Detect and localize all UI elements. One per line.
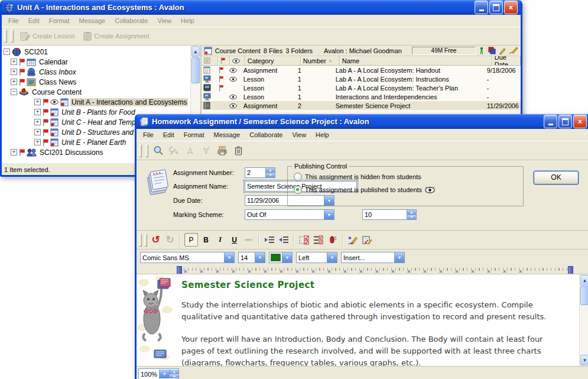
toolbar-drag-handle[interactable] [144,234,147,247]
toolbar-drag-handle[interactable] [4,30,7,43]
menu-edit[interactable]: Edit [24,16,44,25]
delete-button[interactable] [232,144,245,157]
tree-item-unit-a[interactable]: + Unit A - Interactions and Ecosystems [2,97,190,107]
toolbar-drag-handle[interactable] [139,144,142,157]
menu-view[interactable]: View [287,130,311,140]
column-item-icon[interactable] [202,56,218,66]
menu-collaborate[interactable]: Collaborate [110,16,152,25]
radio-hidden[interactable] [294,173,302,181]
expand-icon[interactable]: + [11,149,17,156]
menu-help[interactable]: Help [176,16,199,25]
document-body[interactable]: Semester Science Project Study the inter… [181,279,565,367]
collapse-icon[interactable]: − [4,48,10,55]
chevron-down-icon[interactable]: ▼ [394,252,404,263]
assignment-window-titlebar[interactable]: Homework Assignment / Semester Science P… [137,114,588,129]
create-lesson-button[interactable]: Create Lesson [17,30,77,42]
scroll-up-icon[interactable]: ▲ [580,275,588,286]
assignment-number-stepper[interactable]: 2 ▲▼ [245,167,275,178]
ok-button[interactable]: OK [534,171,579,184]
insert-dropdown[interactable]: Insert... ▼ [341,252,405,263]
expand-icon[interactable]: + [11,69,17,75]
edit-pencil-icon[interactable] [499,47,506,54]
menu-message[interactable]: Message [74,16,111,25]
minimize-button[interactable] [544,115,557,128]
course-window-titlebar[interactable]: Unit A - Interactions and Ecosystems : A… [2,0,521,15]
document-editor[interactable]: Semester Science Project Study the inter… [137,274,588,367]
chevron-down-icon[interactable]: ▼ [255,252,265,263]
checklist-button[interactable] [312,234,324,246]
print-button[interactable] [216,144,229,157]
tree-item-sci201[interactable]: − SCI201 [2,47,190,57]
marking-scheme-dropdown[interactable]: Out Of ▼ [245,209,334,220]
tree-item-course-content[interactable]: − Course Content [2,87,190,97]
checkbox-select-button[interactable] [298,234,310,246]
next-button-disabled[interactable] [200,144,213,157]
plain-style-button[interactable]: P [184,233,198,247]
column-category[interactable]: Category [245,56,301,66]
file-row-selected[interactable]: Assignment 2 Semester Science Project 11… [202,101,521,110]
chevron-down-icon[interactable]: ▼ [327,252,337,263]
undo-button[interactable]: ↺ [150,234,162,246]
form-edit-button[interactable] [361,234,373,246]
chevron-down-icon[interactable]: ▼ [224,252,234,263]
radio-published[interactable] [294,186,302,194]
signature-pen-icon[interactable] [509,47,518,54]
file-row[interactable]: Lesson 1 Interactions and Interdependenc… [202,92,521,101]
layers-icon[interactable] [488,47,496,54]
document-scrollbar[interactable]: ▲ ▼ [579,274,588,366]
column-due-date[interactable]: Due Date [492,56,521,66]
menu-file[interactable]: File [138,130,158,140]
expand-icon[interactable]: + [34,129,41,135]
menu-edit[interactable]: Edit [158,130,179,140]
search-button[interactable] [152,144,165,157]
published-option-row[interactable]: This assignment is published to students [294,186,435,194]
expand-icon[interactable]: + [34,119,41,125]
file-row[interactable]: Lesson 1 Lab A - A Local Ecosystem: Inst… [202,74,521,83]
menu-view[interactable]: View [152,16,176,25]
redo-button-disabled[interactable]: ↻ [164,234,176,246]
menu-collaborate[interactable]: Collaborate [245,130,287,140]
maximize-button[interactable] [489,1,503,14]
marking-value-stepper[interactable]: 10 ▲▼ [362,209,417,220]
zoom-stepper[interactable]: ▲▼ [169,370,178,378]
voice-annotation-button[interactable] [326,234,339,246]
stepper-buttons[interactable]: ▲▼ [265,168,275,177]
indent-decrease-button[interactable] [277,234,290,246]
column-flag[interactable] [218,56,230,66]
scroll-down-icon[interactable]: ▼ [580,355,588,365]
menu-format[interactable]: Format [179,130,209,140]
bold-button[interactable]: B [200,234,212,246]
tree-item-calendar[interactable]: + Calendar [2,57,190,67]
font-family-dropdown[interactable]: Comic Sans MS ▼ [140,252,235,263]
menu-help[interactable]: Help [311,130,334,140]
stepper-buttons[interactable]: ▲▼ [407,210,416,219]
file-row[interactable]: Lesson 1 Lab A - A Local Ecosystem: Teac… [202,83,521,92]
hidden-option-row[interactable]: This assignment is hidden from students [294,173,421,181]
column-published[interactable] [230,56,245,66]
zoom-control[interactable]: 100% ▼ ▲▼ [138,368,179,379]
expand-icon[interactable]: + [34,109,41,115]
tree-item-class-news[interactable]: + Class News [2,77,190,87]
right-margin-marker[interactable] [568,266,573,274]
menu-message[interactable]: Message [209,130,245,140]
menu-file[interactable]: File [4,16,24,25]
strikethrough-button-disabled[interactable]: abc [242,234,255,246]
left-margin-marker[interactable] [177,266,182,274]
underline-button[interactable]: U [228,234,241,246]
expand-icon[interactable]: + [11,79,17,85]
toolbar-drag-handle[interactable] [139,234,142,247]
font-size-dropdown[interactable]: 14 ▼ [238,252,265,263]
menu-format[interactable]: Format [44,16,74,25]
close-button[interactable]: × [504,1,518,14]
chevron-down-icon[interactable]: ▼ [324,210,334,219]
scroll-up-icon[interactable]: ▲ [191,46,200,57]
close-button[interactable]: × [573,115,587,128]
maximize-button[interactable] [558,115,572,128]
font-color-dropdown[interactable]: ▼ [269,252,293,263]
expand-icon[interactable]: + [34,139,41,145]
alignment-dropdown[interactable]: Left ▼ [296,252,337,263]
previous-button-disabled[interactable] [184,144,197,157]
tools-button-disabled[interactable] [168,144,181,157]
add-signature-button[interactable] [347,234,359,246]
tree-item-class-inbox[interactable]: + Class Inbox [2,67,190,77]
